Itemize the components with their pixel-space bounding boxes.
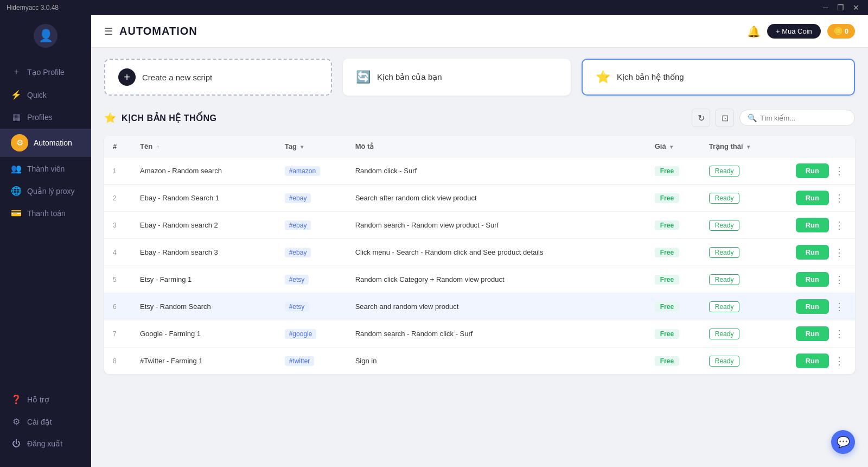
col-status[interactable]: Trạng thái ▾ (700, 136, 787, 157)
col-name[interactable]: Tên ↑ (131, 136, 276, 157)
col-action (787, 136, 855, 157)
table-row: 4 Ebay - Random search 3 #ebay Click men… (104, 239, 855, 266)
cell-action: Run ⋮ (787, 293, 855, 320)
avatar[interactable]: 👤 (34, 24, 58, 48)
close-button[interactable]: ✕ (851, 3, 861, 12)
system-script-card[interactable]: ⭐ Kịch bản hệ thống (582, 59, 855, 96)
cell-name: Amazon - Random search (131, 157, 276, 185)
cell-status: Ready (700, 185, 787, 212)
cell-name: #Twitter - Farming 1 (131, 348, 276, 375)
maximize-button[interactable]: ❐ (835, 3, 846, 12)
table-row: 2 Ebay - Random Search 1 #ebay Search af… (104, 185, 855, 212)
cell-num: 7 (104, 320, 131, 348)
cell-desc: Sign in (347, 348, 646, 375)
search-input[interactable] (760, 114, 847, 122)
minimize-button[interactable]: ─ (821, 3, 831, 12)
hamburger-icon[interactable]: ☰ (104, 26, 113, 37)
filter-button[interactable]: ⊡ (716, 109, 734, 127)
more-options-button[interactable]: ⋮ (832, 274, 846, 286)
create-plus-icon: + (118, 68, 136, 86)
more-options-button[interactable]: ⋮ (832, 247, 846, 258)
cell-action: Run ⋮ (787, 320, 855, 348)
cell-num: 2 (104, 185, 131, 212)
sidebar-item-create-profile[interactable]: ＋ Tạo Profile (0, 61, 91, 83)
cell-price: Free (646, 185, 700, 212)
cell-status: Ready (700, 157, 787, 185)
cell-tag: #ebay (276, 239, 347, 266)
cell-price: Free (646, 293, 700, 320)
card-icon: 💳 (11, 208, 22, 218)
more-options-button[interactable]: ⋮ (832, 219, 846, 231)
table-header: # Tên ↑ Tag ▾ Mô tả Giá ▾ Trạng thái ▾ (104, 136, 855, 157)
cell-action: Run ⋮ (787, 348, 855, 375)
sidebar-item-label: Thành viên (27, 165, 65, 173)
sidebar-item-label: Thanh toán (27, 209, 66, 218)
more-options-button[interactable]: ⋮ (832, 355, 846, 367)
sidebar-avatar: 👤 (0, 24, 91, 48)
sidebar-item-members[interactable]: 👥 Thành viên (0, 158, 91, 179)
support-icon: ❓ (11, 394, 22, 405)
cell-status: Ready (700, 266, 787, 293)
col-num: # (104, 136, 131, 157)
section-header: ⭐ KỊCH BẢN HỆ THỐNG ↻ ⊡ 🔍 (104, 109, 855, 127)
sidebar-item-settings[interactable]: ⚙ Cài đặt (0, 411, 91, 432)
cell-tag: #etsy (276, 293, 347, 320)
sidebar-item-proxy[interactable]: 🌐 Quản lý proxy (0, 180, 91, 201)
run-button[interactable]: Run (796, 299, 829, 314)
buy-coin-label: + Mua Coin (776, 27, 812, 35)
more-options-button[interactable]: ⋮ (832, 301, 846, 313)
sidebar-item-label: Quản lý proxy (27, 187, 75, 195)
sidebar-item-label: Tạo Profile (27, 68, 65, 77)
sidebar-item-support[interactable]: ❓ Hỗ trợ (0, 389, 91, 410)
logout-icon: ⏻ (11, 439, 22, 449)
notification-icon[interactable]: 🔔 (747, 25, 761, 38)
run-button[interactable]: Run (796, 191, 829, 205)
col-price[interactable]: Giá ▾ (646, 136, 700, 157)
title-bar: Hidemyacc 3.0.48 ─ ❐ ✕ (0, 0, 868, 15)
sidebar-item-quick[interactable]: ⚡ Quick (0, 84, 91, 105)
plus-icon: ＋ (11, 66, 22, 78)
sidebar-item-label: Đăng xuất (27, 439, 62, 448)
run-button[interactable]: Run (796, 354, 829, 368)
sidebar-item-automation[interactable]: ⚙ Automation (0, 129, 91, 157)
cell-num: 4 (104, 239, 131, 266)
cell-tag: #ebay (276, 212, 347, 239)
create-new-script-card[interactable]: + Create a new script (104, 59, 332, 96)
sidebar-item-logout[interactable]: ⏻ Đăng xuất (0, 433, 91, 454)
cell-price: Free (646, 239, 700, 266)
sidebar-bottom: ❓ Hỗ trợ ⚙ Cài đặt ⏻ Đăng xuất (0, 389, 91, 458)
automation-icon-circle: ⚙ (11, 134, 28, 152)
run-button[interactable]: Run (796, 218, 829, 232)
cell-num: 1 (104, 157, 131, 185)
table-row: 5 Etsy - Farming 1 #etsy Random click Ca… (104, 266, 855, 293)
run-button[interactable]: Run (796, 272, 829, 287)
cell-action: Run ⋮ (787, 185, 855, 212)
more-options-button[interactable]: ⋮ (832, 328, 846, 340)
cell-desc: Search after random click view product (347, 185, 646, 212)
cell-name: Ebay - Random search 2 (131, 212, 276, 239)
sidebar-item-label: Hỗ trợ (27, 395, 49, 404)
more-options-button[interactable]: ⋮ (832, 165, 846, 177)
cell-price: Free (646, 157, 700, 185)
search-icon: 🔍 (748, 113, 757, 122)
sidebar-item-profiles[interactable]: ▦ Profiles (0, 106, 91, 128)
create-script-label: Create a new script (142, 73, 212, 82)
section-title-wrap: ⭐ KỊCH BẢN HỆ THỐNG (104, 112, 217, 124)
cell-desc: Random search - Random click - Surf (347, 320, 646, 348)
cell-name: Ebay - Random search 3 (131, 239, 276, 266)
main-content: ☰ AUTOMATION 🔔 + Mua Coin 🪙 0 + Crea (91, 15, 868, 467)
run-button[interactable]: Run (796, 245, 829, 260)
gear-icon: ⚙ (16, 138, 23, 148)
run-button[interactable]: Run (796, 163, 829, 178)
run-button[interactable]: Run (796, 326, 829, 341)
chat-bubble[interactable]: 💬 (831, 430, 855, 454)
header-left: ☰ AUTOMATION (104, 25, 197, 37)
section-title: KỊCH BẢN HỆ THỐNG (122, 113, 217, 123)
col-tag[interactable]: Tag ▾ (276, 136, 347, 157)
buy-coin-button[interactable]: + Mua Coin (767, 24, 821, 39)
cell-tag: #google (276, 320, 347, 348)
more-options-button[interactable]: ⋮ (832, 192, 846, 204)
refresh-button[interactable]: ↻ (692, 109, 710, 127)
sidebar-item-billing[interactable]: 💳 Thanh toán (0, 203, 91, 224)
your-script-card[interactable]: 🔄 Kịch bản của bạn (343, 59, 571, 96)
